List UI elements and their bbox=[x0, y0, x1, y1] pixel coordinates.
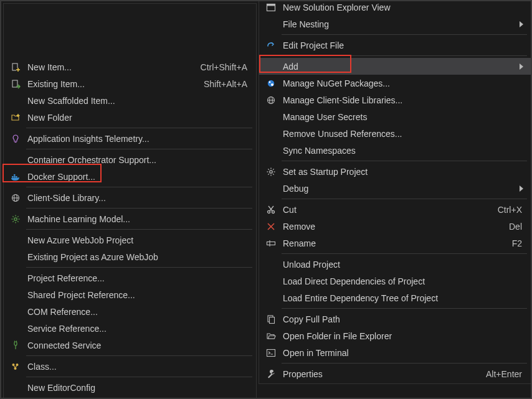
menu-item-open-folder[interactable]: Open Folder in File Explorer bbox=[259, 327, 531, 344]
globe-icon bbox=[7, 192, 24, 204]
redo-icon bbox=[263, 39, 279, 52]
menu-separator bbox=[26, 208, 252, 209]
menu-separator bbox=[26, 267, 252, 268]
menu-item-remove-unused-refs[interactable]: Remove Unused References... bbox=[259, 125, 531, 142]
menu-item-manage-client-side[interactable]: Manage Client-Side Libraries... bbox=[259, 92, 531, 108]
menu-separator bbox=[26, 229, 252, 230]
menu-item-com-reference[interactable]: COM Reference... bbox=[4, 303, 256, 320]
context-menu-add-submenu: New Item... Ctrl+Shift+A Existing Item..… bbox=[3, 3, 257, 398]
svg-line-15 bbox=[268, 174, 268, 174]
menu-separator bbox=[26, 355, 252, 356]
nuget-icon bbox=[263, 77, 279, 90]
menu-item-existing-azure-webjob[interactable]: Existing Project as Azure WebJob bbox=[4, 248, 256, 265]
menu-item-new-azure-webjob[interactable]: New Azure WebJob Project bbox=[4, 232, 256, 248]
svg-rect-1 bbox=[267, 4, 275, 6]
svg-line-59 bbox=[14, 365, 16, 367]
menu-item-set-startup[interactable]: Set as Startup Project bbox=[259, 163, 531, 180]
menu-item-unload-project[interactable]: Unload Project bbox=[259, 256, 531, 273]
menu-label: New Item... bbox=[24, 62, 193, 72]
svg-rect-39 bbox=[14, 174, 16, 176]
menu-label: Open Folder in File Explorer bbox=[279, 331, 526, 341]
menu-label: Project Reference... bbox=[24, 273, 251, 283]
menu-item-class[interactable]: Class... bbox=[4, 358, 256, 375]
menu-shortcut: Ctrl+X bbox=[490, 205, 526, 215]
svg-line-16 bbox=[273, 169, 273, 169]
menu-label: Load Direct Dependencies of Project bbox=[279, 276, 526, 286]
existing-item-icon bbox=[7, 78, 24, 90]
svg-point-4 bbox=[271, 83, 273, 86]
menu-item-debug[interactable]: Debug bbox=[259, 180, 531, 197]
menu-label: Remove bbox=[279, 222, 501, 232]
submenu-arrow-icon bbox=[517, 63, 526, 70]
delete-icon bbox=[263, 220, 279, 233]
menu-item-docker-support[interactable]: Docker Support... bbox=[4, 168, 256, 185]
menu-label: New Scaffolded Item... bbox=[24, 96, 251, 106]
svg-point-8 bbox=[270, 170, 272, 172]
menu-item-new-editorconfig[interactable]: New EditorConfig bbox=[4, 379, 256, 396]
svg-point-18 bbox=[272, 210, 275, 213]
ml-icon bbox=[7, 213, 24, 225]
menu-label: Existing Project as Azure WebJob bbox=[24, 252, 251, 262]
menu-item-service-reference[interactable]: Service Reference... bbox=[4, 320, 256, 337]
menu-label: Debug bbox=[279, 184, 517, 194]
menu-shortcut: Del bbox=[501, 222, 526, 232]
menu-item-copy-full-path[interactable]: Copy Full Path bbox=[259, 311, 531, 327]
menu-separator bbox=[26, 149, 252, 149]
svg-point-3 bbox=[269, 81, 271, 83]
svg-line-14 bbox=[273, 174, 273, 174]
menu-item-new-scaffolded[interactable]: New Scaffolded Item... bbox=[4, 92, 256, 109]
menu-item-remove[interactable]: Remove Del bbox=[259, 218, 531, 235]
menu-label: Application Insights Telemetry... bbox=[24, 134, 251, 144]
menu-item-rename[interactable]: Rename F2 bbox=[259, 235, 531, 251]
menu-item-manage-user-secrets[interactable]: Manage User Secrets bbox=[259, 108, 531, 125]
menu-item-new-solution-explorer[interactable]: New Solution Explorer View bbox=[259, 0, 531, 16]
menu-item-open-terminal[interactable]: Open in Terminal bbox=[259, 344, 531, 361]
menu-item-file-nesting[interactable]: File Nesting bbox=[259, 16, 531, 32]
lightbulb-icon bbox=[7, 133, 24, 145]
menu-item-load-direct-deps[interactable]: Load Direct Dependencies of Project bbox=[259, 273, 531, 289]
svg-line-49 bbox=[17, 221, 18, 222]
menu-label: New Azure WebJob Project bbox=[24, 235, 251, 245]
menu-label: File Nesting bbox=[279, 19, 517, 29]
menu-item-ml-model[interactable]: Machine Learning Model... bbox=[4, 210, 256, 227]
menu-label: Sync Namespaces bbox=[279, 146, 526, 156]
new-folder-icon bbox=[7, 111, 24, 124]
menu-item-client-side-library[interactable]: Client-Side Library... bbox=[4, 189, 256, 206]
menu-item-edit-project-file[interactable]: Edit Project File bbox=[259, 37, 531, 54]
menu-label: Manage Client-Side Libraries... bbox=[279, 95, 526, 105]
menu-separator bbox=[282, 161, 527, 161]
menu-item-cut[interactable]: Cut Ctrl+X bbox=[259, 201, 531, 218]
menu-item-load-entire-deps[interactable]: Load Entire Dependency Tree of Project bbox=[259, 289, 531, 306]
menu-label: Rename bbox=[279, 238, 505, 248]
menu-label: Container Orchestrator Support... bbox=[24, 155, 251, 165]
menu-item-add[interactable]: Add bbox=[259, 58, 531, 75]
menu-label: Shared Project Reference... bbox=[24, 290, 251, 300]
menu-label: Connected Service bbox=[24, 340, 251, 350]
menu-label: Manage User Secrets bbox=[279, 112, 526, 122]
rename-icon bbox=[263, 237, 279, 250]
menu-item-shared-project-reference[interactable]: Shared Project Reference... bbox=[4, 286, 256, 303]
menu-item-connected-service[interactable]: Connected Service bbox=[4, 337, 256, 354]
menu-item-existing-item[interactable]: Existing Item... Shift+Alt+A bbox=[4, 75, 256, 92]
menu-item-app-insights[interactable]: Application Insights Telemetry... bbox=[4, 130, 256, 147]
menu-item-manage-nuget[interactable]: Manage NuGet Packages... bbox=[259, 75, 531, 92]
menu-item-container-orchestrator[interactable]: Container Orchestrator Support... bbox=[4, 151, 256, 168]
svg-rect-36 bbox=[12, 176, 14, 178]
menu-label: Open in Terminal bbox=[279, 348, 526, 358]
menu-item-sync-namespaces[interactable]: Sync Namespaces bbox=[259, 142, 531, 159]
menu-label: Class... bbox=[24, 362, 251, 372]
menu-separator bbox=[282, 199, 527, 199]
menu-label: New Folder bbox=[24, 113, 251, 123]
menu-separator bbox=[282, 55, 527, 56]
svg-rect-37 bbox=[14, 176, 16, 178]
menu-item-project-reference[interactable]: Project Reference... bbox=[4, 270, 256, 286]
menu-item-new-folder[interactable]: New Folder bbox=[4, 109, 256, 126]
svg-rect-38 bbox=[16, 176, 17, 178]
menu-label: Cut bbox=[279, 205, 490, 215]
menu-label: New EditorConfig bbox=[24, 383, 251, 393]
menu-item-properties[interactable]: Properties Alt+Enter bbox=[259, 365, 531, 382]
docker-icon bbox=[7, 171, 24, 183]
scissors-icon bbox=[263, 204, 279, 216]
svg-point-17 bbox=[268, 210, 270, 213]
menu-item-new-item[interactable]: New Item... Ctrl+Shift+A bbox=[4, 59, 256, 75]
